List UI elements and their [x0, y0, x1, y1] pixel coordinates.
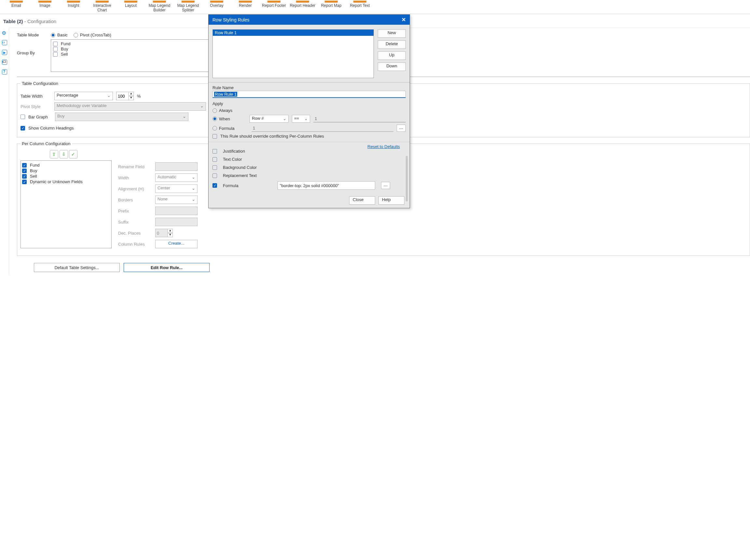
scrollbar[interactable] [406, 156, 408, 201]
rule-name-input[interactable]: Row Rule 1 [212, 91, 406, 98]
group-by-item: Buy [61, 46, 68, 52]
column-check[interactable] [22, 180, 27, 184]
tool-label: Render [231, 3, 260, 8]
style-label: Justification [223, 149, 272, 154]
label: Column Rules [118, 242, 152, 247]
tool-icon [10, 1, 23, 3]
down-button[interactable]: Down [378, 62, 406, 71]
new-button[interactable]: New [378, 29, 406, 38]
up-button[interactable]: Up [378, 52, 406, 60]
label: Table Mode [17, 33, 47, 37]
col-align-combo[interactable]: Center [155, 184, 198, 193]
toolbar-item[interactable]: Layout [117, 0, 145, 12]
bar-graph-check[interactable] [20, 115, 25, 119]
row-styling-rules-dialog: Row Styling Rules ✕ Row Rule 1 NewDelete… [208, 14, 410, 208]
spin-up-icon[interactable]: ▲ [128, 92, 134, 96]
help-button[interactable]: Help [379, 196, 404, 205]
percent-label: % [137, 94, 141, 99]
dec-places-spin[interactable]: ▲▼ [155, 229, 173, 237]
tool-label: Image [31, 3, 59, 8]
pivot-style-combo: Methodology over Variable [54, 102, 206, 111]
apply-when-radio[interactable]: When [212, 117, 230, 121]
when-field-combo[interactable]: Row # [249, 115, 289, 123]
tool-icon [210, 1, 223, 3]
when-value-input[interactable] [313, 115, 406, 122]
rule-list[interactable]: Row Rule 1 [212, 29, 374, 78]
column-check[interactable] [22, 163, 27, 167]
tool-label: Insight [59, 3, 88, 8]
xml-icon[interactable] [2, 40, 7, 45]
create-column-rules-button[interactable]: Create... [155, 240, 198, 248]
mode-basic-radio[interactable]: Basic [51, 33, 68, 37]
tool-label: Report Footer [260, 3, 288, 8]
style-check[interactable] [212, 165, 217, 170]
col-width-combo[interactable]: Automatic [155, 174, 198, 182]
table-width-mode-combo[interactable]: Percentage [54, 92, 113, 100]
check-all-icon[interactable]: ✓ [69, 150, 78, 158]
tool-icon [325, 1, 338, 3]
col-borders-combo[interactable]: None [155, 196, 198, 204]
apply-always-radio[interactable]: Always [212, 108, 232, 113]
table-width-value[interactable] [116, 92, 128, 100]
rule-item[interactable]: Row Rule 1 [213, 29, 373, 36]
toolbar-item[interactable]: Render [231, 0, 260, 12]
move-down-icon[interactable]: ⇩ [60, 150, 68, 158]
dialog-title: Row Styling Rules [212, 17, 249, 22]
apply-formula-input[interactable] [251, 125, 393, 132]
toolbar-item[interactable]: Report Header [288, 0, 317, 12]
toolbar-item[interactable]: Image [31, 0, 59, 12]
help-icon[interactable] [2, 69, 7, 75]
toolbar: EmailImageInsightInteractive ChartLayout… [0, 0, 750, 14]
style-formula-builder[interactable]: … [381, 182, 390, 189]
reset-to-defaults-link[interactable]: Reset to Defaults [367, 144, 400, 149]
style-check[interactable] [212, 174, 217, 178]
toolbar-item[interactable]: Interactive Chart [88, 0, 117, 12]
column-check[interactable] [22, 174, 27, 179]
dialog-titlebar[interactable]: Row Styling Rules ✕ [208, 15, 410, 25]
group-by-check[interactable] [53, 47, 58, 52]
rename-field-input [155, 162, 198, 171]
toolbar-item[interactable]: Insight [59, 0, 88, 12]
toolbar-item[interactable]: Email [2, 0, 31, 12]
show-headings-check[interactable] [20, 126, 25, 131]
toolbar-item[interactable]: Overlay [202, 0, 231, 12]
toolbar-item[interactable]: Map Legend Splitter [174, 0, 202, 12]
toolbar-item[interactable]: Report Map [317, 0, 346, 12]
toolbar-item[interactable]: Report Text [346, 0, 374, 12]
tag-icon[interactable] [2, 60, 7, 65]
formula-builder-button[interactable]: … [397, 125, 406, 132]
close-button[interactable]: Close [349, 196, 375, 205]
apply-formula-radio[interactable]: Formula [212, 126, 235, 131]
label: Alignment (H) [118, 186, 152, 191]
toolbar-item[interactable]: Map Legend Builder [145, 0, 174, 12]
tool-icon [153, 1, 166, 3]
column-name: Sell [30, 174, 37, 179]
group-by-list[interactable]: FundBuySell [51, 39, 210, 72]
table-width-spin[interactable]: ▲▼ [116, 92, 134, 100]
delete-button[interactable]: Delete [378, 40, 406, 49]
close-icon[interactable]: ✕ [402, 17, 406, 23]
tool-icon [267, 1, 281, 3]
group-by-check[interactable] [53, 52, 58, 57]
style-check[interactable] [212, 157, 217, 162]
style-check[interactable] [212, 183, 217, 188]
arrow-icon[interactable] [2, 50, 7, 55]
mode-pivot-radio[interactable]: Pivot (CrossTab) [74, 33, 111, 37]
spin-down-icon[interactable]: ▼ [128, 96, 134, 100]
override-check[interactable] [212, 134, 217, 139]
column-list[interactable]: FundBuySellDynamic or Unknown Fields [20, 160, 112, 248]
toolbar-item[interactable]: Report Footer [260, 0, 288, 12]
column-check[interactable] [22, 168, 27, 173]
style-formula-input[interactable] [278, 181, 375, 190]
legend: Per Column Configuration [20, 141, 72, 146]
move-up-icon[interactable]: ⇧ [50, 150, 58, 158]
when-op-combo[interactable]: == [292, 115, 310, 123]
style-check[interactable] [212, 149, 217, 154]
gear-icon[interactable] [2, 30, 7, 36]
default-table-settings-button[interactable]: Default Table Settings... [34, 263, 120, 272]
breadcrumb-tail: - Configuration [24, 19, 56, 24]
tool-icon [182, 1, 195, 3]
edit-row-rule-button[interactable]: Edit Row Rule... [124, 263, 209, 272]
style-label: Background Color [223, 165, 272, 170]
group-by-check[interactable] [53, 42, 58, 46]
